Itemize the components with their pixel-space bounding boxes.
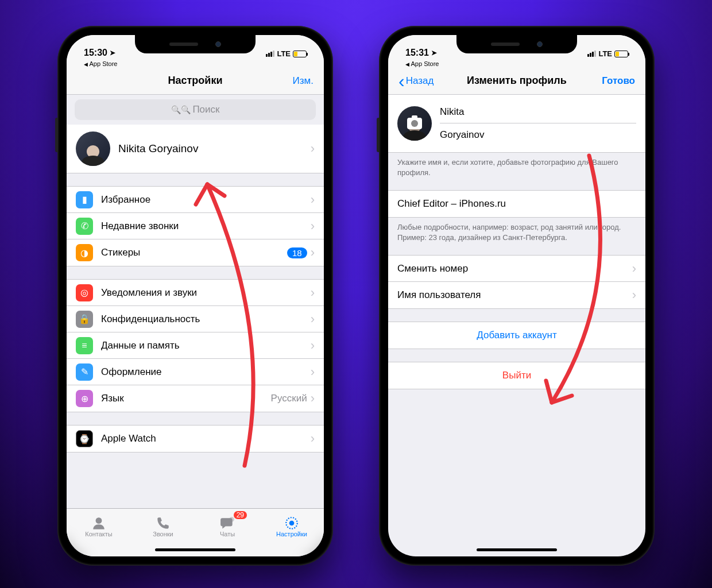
profile-name: Nikita Goryainov: [118, 142, 311, 155]
chevron-right-icon: ›: [311, 338, 315, 353]
svg-point-1: [229, 517, 234, 522]
apple-watch-cell[interactable]: ⌚ Apple Watch ›: [67, 425, 324, 452]
battery-icon: [293, 51, 307, 57]
username-cell[interactable]: Имя пользователя ›: [388, 282, 645, 308]
chevron-right-icon: ›: [311, 431, 315, 446]
status-time: 15:31: [405, 48, 429, 58]
disk-icon: ≡: [76, 337, 93, 354]
stickers-cell[interactable]: ◑ Стикеры 18 ›: [67, 239, 324, 266]
chevron-right-icon: ›: [311, 285, 315, 300]
nav-bar: Назад Изменить профиль Готово: [388, 67, 645, 95]
chevron-right-icon: ›: [311, 245, 315, 260]
avatar: [76, 131, 110, 166]
done-button[interactable]: Готово: [589, 75, 635, 87]
brush-icon: ✎: [76, 363, 93, 381]
location-icon: ➤: [431, 49, 437, 57]
phone-icon: ✆: [76, 218, 93, 235]
back-button[interactable]: Назад: [398, 75, 444, 87]
notch: [456, 35, 577, 53]
stickers-badge: 18: [287, 247, 307, 258]
settings-group-3: ⌚ Apple Watch ›: [67, 425, 324, 452]
svg-point-0: [96, 517, 102, 524]
nav-title: Изменить профиль: [444, 75, 589, 87]
language-cell[interactable]: ⊕ Язык Русский ›: [67, 385, 324, 412]
add-account-button[interactable]: Добавить аккаунт: [388, 322, 645, 349]
profile-cell[interactable]: Nikita Goryainov ›: [67, 125, 324, 173]
home-indicator[interactable]: [155, 548, 235, 551]
logout-button[interactable]: Выйти: [388, 362, 645, 389]
watch-icon: ⌚: [76, 430, 93, 447]
chevron-right-icon: ›: [632, 261, 636, 276]
svg-point-3: [289, 520, 295, 525]
chats-icon: [219, 516, 235, 531]
phone-icon: [155, 516, 171, 531]
favorites-cell[interactable]: ▮ Избранное ›: [67, 187, 324, 213]
notch: [135, 35, 256, 53]
data-storage-cell[interactable]: ≡ Данные и память ›: [67, 332, 324, 359]
network-label: LTE: [277, 49, 291, 58]
account-section: Сменить номер › Имя пользователя ›: [388, 255, 645, 309]
recent-calls-cell[interactable]: ✆ Недавние звонки ›: [67, 213, 324, 239]
nav-bar: Настройки Изм.: [67, 67, 324, 95]
appearance-cell[interactable]: ✎ Оформление ›: [67, 359, 324, 385]
language-value: Русский: [271, 393, 307, 404]
bio-section: Chief Editor – iPhones.ru: [388, 190, 645, 218]
chevron-right-icon: ›: [311, 192, 315, 207]
avatar-editable[interactable]: [397, 106, 432, 141]
battery-icon: [614, 51, 628, 57]
edit-name-cell: Nikita Goryainov: [388, 95, 645, 152]
change-number-cell[interactable]: Сменить номер ›: [388, 256, 645, 282]
globe-icon: ⊕: [76, 390, 93, 407]
status-time: 15:30: [84, 48, 107, 58]
signal-icon: [266, 51, 274, 57]
phone-left: 15:30 ➤ LTE App Store Настройки Изм. Пои…: [57, 26, 333, 566]
bio-field[interactable]: Chief Editor – iPhones.ru: [388, 191, 645, 217]
location-icon: ➤: [110, 49, 115, 57]
chevron-right-icon: ›: [311, 312, 315, 327]
phone-right: 15:31 ➤ LTE App Store Назад Изменить про…: [379, 26, 655, 566]
bell-icon: ◎: [76, 284, 93, 301]
breadcrumb[interactable]: App Store: [388, 60, 645, 67]
tab-calls[interactable]: Звонки: [131, 509, 195, 544]
tab-contacts[interactable]: Контакты: [67, 509, 131, 544]
logout-section: Выйти: [388, 362, 645, 389]
chevron-right-icon: ›: [311, 391, 315, 406]
bookmark-icon: ▮: [76, 191, 93, 208]
screen: 15:30 ➤ LTE App Store Настройки Изм. Пои…: [67, 35, 324, 556]
lock-icon: 🔒: [76, 311, 93, 328]
nav-title: Настройки: [123, 75, 268, 87]
network-label: LTE: [598, 49, 612, 58]
name-section: Nikita Goryainov: [388, 95, 645, 153]
home-indicator[interactable]: [477, 548, 557, 551]
chats-badge: 29: [234, 511, 247, 519]
signal-icon: [587, 51, 596, 57]
notifications-cell[interactable]: ◎ Уведомления и звуки ›: [67, 280, 324, 306]
bio-hint: Любые подробности, например: возраст, ро…: [388, 218, 645, 242]
moon-icon: ◑: [76, 244, 93, 261]
gear-icon: [284, 516, 300, 531]
settings-group-1: ▮ Избранное › ✆ Недавние звонки › ◑ Стик…: [67, 186, 324, 266]
camera-icon: [407, 118, 422, 129]
chevron-right-icon: ›: [632, 288, 636, 303]
chevron-right-icon: ›: [311, 219, 315, 234]
search-icon: [171, 104, 181, 115]
tab-settings[interactable]: Настройки: [260, 509, 324, 544]
settings-group-2: ◎ Уведомления и звуки › 🔒 Конфиденциальн…: [67, 279, 324, 412]
privacy-cell[interactable]: 🔒 Конфиденциальность ›: [67, 306, 324, 332]
screen: 15:31 ➤ LTE App Store Назад Изменить про…: [388, 35, 645, 556]
edit-button[interactable]: Изм.: [268, 75, 314, 87]
chevron-right-icon: ›: [311, 365, 315, 380]
profile-section: Nikita Goryainov ›: [67, 125, 324, 173]
search-input[interactable]: Поиск: [75, 99, 316, 120]
last-name-field[interactable]: Goryainov: [440, 123, 636, 146]
first-name-field[interactable]: Nikita: [440, 100, 636, 123]
add-account-section: Добавить аккаунт: [388, 322, 645, 349]
breadcrumb[interactable]: App Store: [67, 60, 324, 67]
tab-chats[interactable]: 29 Чаты: [195, 509, 260, 544]
contacts-icon: [91, 516, 107, 531]
chevron-right-icon: ›: [311, 141, 315, 156]
name-hint: Укажите имя и, если хотите, добавьте фот…: [388, 153, 645, 177]
